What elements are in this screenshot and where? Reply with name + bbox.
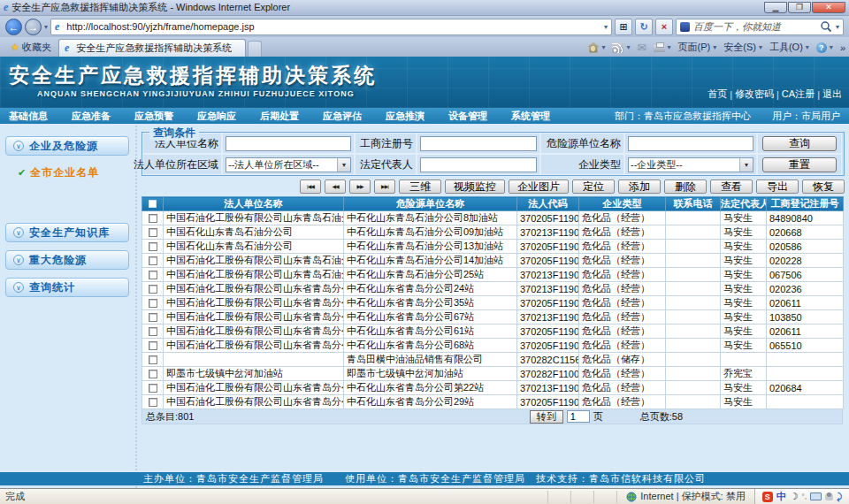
close-button[interactable]: ✕ — [812, 2, 845, 13]
column-header-5[interactable]: 法定代表人 — [721, 197, 767, 211]
ime-language-icon[interactable]: 中 — [776, 490, 786, 503]
row-checkbox[interactable] — [149, 214, 157, 223]
row-checkbox[interactable] — [149, 355, 157, 364]
nav-item-4[interactable]: 后期处置 — [260, 110, 299, 123]
search-icon[interactable] — [820, 20, 832, 33]
punctuation-icon[interactable]: °, — [802, 493, 807, 500]
table-row[interactable]: 中国石油化工股份有限公司山东青岛石油分公司中石化山东青岛石油分公司25站3702… — [142, 268, 844, 282]
row-checkbox[interactable] — [149, 242, 157, 251]
table-row[interactable]: 中国石油化工股份有限公司山东省青岛分公司中石化山东省青岛分公司68站370205… — [142, 339, 844, 353]
table-row[interactable]: 中国石油化工股份有限公司山东省青岛分公司中石化山东省青岛分公司24站370213… — [142, 282, 844, 296]
favorites-button[interactable]: ★ 收藏夹 — [4, 39, 58, 57]
feeds-button[interactable]: ▾ — [612, 42, 630, 53]
sidebar-item-city-enterprise-list[interactable]: ✔全市企业名单 — [5, 164, 129, 182]
row-checkbox[interactable] — [149, 256, 157, 265]
ime-mode-icon[interactable]: ☽ — [790, 491, 799, 502]
legal-rep-input[interactable] — [420, 157, 537, 172]
sidebar-splitter[interactable] — [133, 124, 139, 488]
address-field[interactable]: e http://localhost:90/yjzh/frame/homepag… — [50, 19, 612, 35]
header-link-2[interactable]: CA注册 — [782, 88, 815, 101]
settings-wrench-icon[interactable]: ⤸ — [837, 492, 842, 502]
sidebar-group-0[interactable]: ∨安全生产知识库 — [5, 223, 129, 242]
nav-item-3[interactable]: 应急响应 — [197, 110, 236, 123]
more-commands-button[interactable]: » — [840, 42, 845, 53]
nav-item-1[interactable]: 应急准备 — [72, 110, 111, 123]
goto-page-button[interactable]: 转到 — [530, 410, 563, 424]
pager-nav-button-0[interactable]: |◀◀ — [300, 179, 321, 194]
page-menu[interactable]: 页面(P)▾ — [678, 41, 717, 54]
row-checkbox[interactable] — [149, 271, 157, 279]
table-row[interactable]: 中国石油化工股份有限公司山东省青岛分公司中石化山东省青岛分公司35站370205… — [142, 296, 844, 310]
sidebar-group-enterprise-hazard[interactable]: ∨企业及危险源 — [5, 136, 129, 156]
row-checkbox[interactable] — [149, 299, 157, 308]
nav-item-5[interactable]: 应急评估 — [323, 110, 362, 123]
back-button[interactable]: ← — [5, 19, 22, 35]
select-all-checkbox[interactable] — [149, 200, 157, 208]
nav-item-8[interactable]: 系统管理 — [511, 110, 550, 123]
page-number-input[interactable] — [567, 410, 590, 423]
hazard-name-input[interactable] — [628, 136, 753, 151]
table-row[interactable]: 中国石油化工股份有限公司山东省青岛分公司中石化山东省青岛分公司第22站37021… — [142, 381, 844, 395]
help-menu[interactable]: ?▾ — [816, 42, 833, 53]
enterprise-type-select[interactable]: --企业类型--▾ — [628, 157, 753, 172]
table-row[interactable]: 中国石油化工股份有限公司山东省青岛分公司中石化山东省青岛分公司67站370213… — [142, 310, 844, 325]
table-row[interactable]: 中国石化山东青岛石油分公司中石化山东青岛石油分公司13加油站370205F119… — [142, 240, 844, 254]
region-select[interactable]: --法人单位所在区域--▾ — [226, 157, 351, 172]
business-reg-input[interactable] — [420, 136, 537, 151]
column-header-6[interactable]: 工商登记注册号 — [767, 197, 844, 211]
header-link-0[interactable]: 首页 — [708, 88, 727, 101]
table-row[interactable]: 中国石油化工股份有限公司山东省青岛分公司中石化山东省青岛分公司61站370205… — [142, 325, 844, 339]
toolbar-button-6[interactable]: 查看 — [710, 179, 753, 194]
read-mail-button[interactable]: ✉ — [638, 42, 646, 53]
toolbar-button-0[interactable]: 三维 — [399, 179, 441, 194]
toolbar-button-1[interactable]: 视频监控 — [445, 179, 505, 194]
history-dropdown-icon[interactable]: ▾ — [44, 23, 48, 31]
toolbar-button-7[interactable]: 导出 — [756, 179, 799, 194]
column-header-1[interactable]: 危险源单位名称 — [344, 197, 517, 211]
tools-menu[interactable]: 工具(O)▾ — [769, 41, 809, 54]
table-row[interactable]: 中国石油化工股份有限公司山东青岛石油分公司中石化山东青岛石油分公司8加油站370… — [142, 211, 844, 225]
address-dropdown-icon[interactable]: ▾ — [604, 23, 608, 31]
row-checkbox[interactable] — [149, 341, 157, 350]
home-button[interactable]: ▾ — [587, 42, 605, 53]
sidebar-group-2[interactable]: ∨查询统计 — [5, 278, 129, 297]
row-checkbox[interactable] — [149, 398, 157, 407]
toolbar-button-4[interactable]: 添加 — [618, 179, 661, 194]
stop-button[interactable]: × — [655, 19, 673, 35]
table-row[interactable]: 中国石油化工股份有限公司山东青岛石油分公司中石化山东青岛石油分公司14加油站37… — [142, 254, 844, 268]
search-dropdown-icon[interactable]: ▾ — [836, 23, 839, 31]
row-checkbox[interactable] — [149, 313, 157, 322]
sidebar-group-1[interactable]: ∨重大危险源 — [5, 250, 129, 270]
header-link-1[interactable]: 修改密码 — [735, 88, 774, 101]
table-row[interactable]: 青岛田横中油油品销售有限公司370282C115602危化品（储存） — [142, 353, 844, 367]
nav-item-2[interactable]: 应急预警 — [134, 110, 173, 123]
minimize-button[interactable]: ▁ — [764, 2, 787, 13]
pager-nav-button-1[interactable]: ◀◀ — [325, 179, 346, 194]
pager-nav-button-3[interactable]: ▶▶| — [374, 179, 395, 194]
nav-item-7[interactable]: 设备管理 — [448, 110, 487, 123]
search-input[interactable]: 百度一下，你就知道 ▾ — [676, 19, 844, 35]
maximize-button[interactable]: ❐ — [788, 2, 811, 13]
row-checkbox[interactable] — [149, 327, 157, 336]
url-text[interactable]: http://localhost:90/yjzh/frame/homepage.… — [66, 21, 600, 32]
header-link-3[interactable]: 退出 — [822, 88, 842, 101]
legal-name-input[interactable] — [226, 136, 351, 151]
table-row[interactable]: 中国石化山东青岛石油分公司中石化山东青岛石油分公司09加油站370213F119… — [142, 225, 844, 240]
new-tab-button[interactable] — [248, 41, 262, 57]
toolbar-button-2[interactable]: 企业图片 — [509, 179, 569, 194]
forward-button[interactable]: → — [25, 19, 42, 35]
toolbar-button-5[interactable]: 删除 — [664, 179, 707, 194]
compatibility-view-button[interactable]: ⊞ — [615, 19, 632, 35]
row-checkbox[interactable] — [149, 384, 157, 393]
search-query-button[interactable]: 查询 — [762, 136, 837, 151]
keyboard-icon[interactable] — [810, 493, 822, 500]
table-row[interactable]: 中国石油化工股份有限公司山东省青岛分公司中石化山东省青岛分公司29站370205… — [142, 395, 844, 409]
search-placeholder-text[interactable]: 百度一下，你就知道 — [693, 20, 816, 34]
reset-button[interactable]: 重置 — [762, 157, 837, 172]
row-checkbox[interactable] — [149, 228, 157, 237]
column-header-4[interactable]: 联系电话 — [666, 197, 721, 211]
table-row[interactable]: 即墨市七级镇中岔河加油站即墨市七级镇中岔河加油站370282F110063危化品… — [142, 367, 844, 381]
refresh-button[interactable]: ↻ — [635, 19, 653, 35]
tab-active[interactable]: e 安全生产应急救援指挥辅助决策系统 — [58, 39, 246, 57]
nav-item-0[interactable]: 基础信息 — [9, 110, 48, 123]
